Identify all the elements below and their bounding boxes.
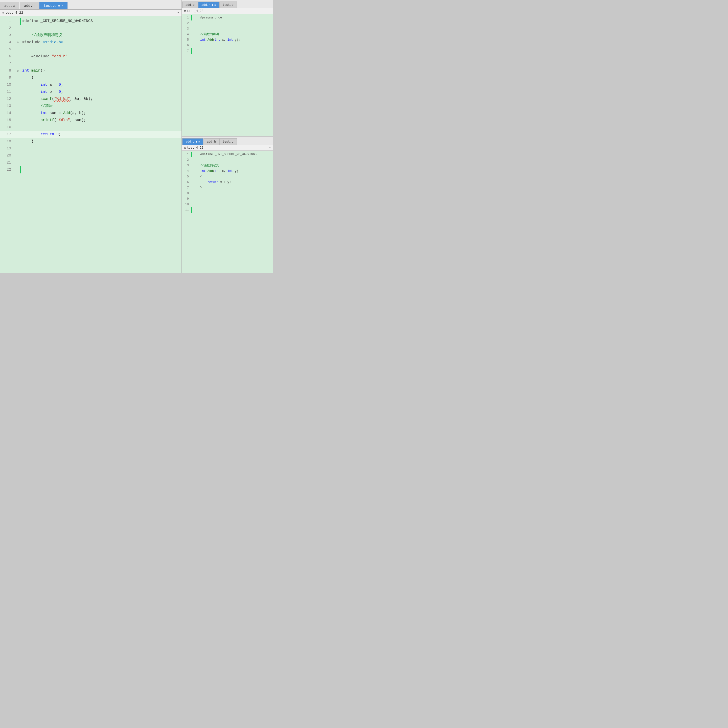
- code-line-6: 6 #include "add.h": [0, 53, 182, 60]
- code-line-21: 21: [0, 159, 182, 166]
- left-code-area: 1 #define _CRT_SECURE_NO_WARNINGS 2 3: [0, 16, 182, 273]
- right-top-line-3: 3: [182, 26, 273, 32]
- dirty-indicator: ✱: [58, 4, 60, 8]
- code-line-15: 15 printf("%d\n", sum);: [0, 117, 182, 124]
- left-code-lines: 1 #define _CRT_SECURE_NO_WARNINGS 2 3: [0, 16, 182, 175]
- tab-test-c-left[interactable]: test.c ✱ ✕: [40, 2, 67, 9]
- fold-icon-4[interactable]: ⊟: [17, 39, 19, 46]
- dirty-indicator-bottom: ✱: [196, 140, 197, 143]
- file-icon-bottom: ⊞: [184, 146, 186, 149]
- tab-close-icon[interactable]: ✕: [61, 4, 63, 7]
- right-bot-line-7: 7 }: [182, 185, 273, 191]
- tab-test-c-top[interactable]: test.c: [219, 2, 237, 8]
- left-file-header: ⊞ test_4_22 ▾: [0, 9, 182, 16]
- code-line-16: 16: [0, 124, 182, 131]
- right-bot-line-10: 10: [182, 202, 273, 207]
- right-bottom-file-header: ⊞ test_4_22 ▾: [182, 145, 273, 151]
- tab-add-h-top[interactable]: add.h ✱ ✕: [198, 2, 219, 8]
- right-top-line-5: 5 int Add(int x, int y);: [182, 37, 273, 43]
- right-bot-line-1: 1 #define _CRT_SECURE_NO_WARNINGS: [182, 151, 273, 157]
- right-bot-line-5: 5 {: [182, 174, 273, 179]
- right-top-code-area: 1 #pragma once 2 3: [182, 14, 273, 136]
- tab-add-c-bottom[interactable]: add.c ✱ ✕: [182, 138, 203, 145]
- code-line-19: 19: [0, 145, 182, 152]
- right-bottom-tab-bar: add.c ✱ ✕ add.h test.c: [182, 137, 273, 145]
- right-bottom-panel: add.c ✱ ✕ add.h test.c ⊞ test_4_22 ▾: [182, 137, 273, 273]
- tab-add-h-left[interactable]: add.h: [20, 2, 39, 9]
- code-line-11: 11 int b = 0;: [0, 89, 182, 96]
- right-top-line-6: 6: [182, 43, 273, 48]
- right-top-panel: add.c add.h ✱ ✕ test.c ⊞ test_4_22 1: [182, 0, 273, 136]
- right-bot-line-6: 6 return x + y;: [182, 179, 273, 185]
- right-top-code-lines: 1 #pragma once 2 3: [182, 14, 273, 55]
- left-tab-bar: add.c add.h test.c ✱ ✕: [0, 0, 182, 9]
- tab-add-h-bottom[interactable]: add.h: [203, 138, 219, 145]
- code-line-20: 20: [0, 152, 182, 159]
- right-bot-line-9: 9: [182, 196, 273, 202]
- file-icon-top: ⊞: [184, 9, 186, 13]
- code-line-2: 2: [0, 25, 182, 32]
- main-layout: add.c add.h test.c ✱ ✕ ⊞ test_4_22 ▾ 1: [0, 0, 273, 273]
- right-bot-line-8: 8: [182, 191, 273, 196]
- tab-add-c-top[interactable]: add.c: [182, 2, 198, 8]
- code-line-5: 5: [0, 46, 182, 53]
- right-top-line-2: 2: [182, 20, 273, 26]
- code-line-8: 8 ⊟ int main(): [0, 67, 182, 74]
- right-bottom-code-lines: 1 #define _CRT_SECURE_NO_WARNINGS 2 3 //…: [182, 151, 273, 214]
- tab-close-icon-top[interactable]: ✕: [214, 3, 216, 6]
- right-top-line-1: 1 #pragma once: [182, 15, 273, 20]
- fold-icon-8[interactable]: ⊟: [17, 67, 19, 74]
- tab-close-icon-bottom[interactable]: ✕: [199, 140, 200, 143]
- code-line-7: 7: [0, 60, 182, 67]
- tab-test-c-bottom[interactable]: test.c: [219, 138, 237, 145]
- right-top-line-4: 4 //函数的声明: [182, 32, 273, 37]
- code-line-3: 3 //函数声明和定义: [0, 32, 182, 39]
- code-line-18: 18 }: [0, 138, 182, 145]
- green-bar-1: [20, 18, 21, 25]
- file-icon: ⊞: [3, 11, 4, 15]
- left-panel: add.c add.h test.c ✱ ✕ ⊞ test_4_22 ▾ 1: [0, 0, 182, 273]
- code-line-10: 10 int a = 0;: [0, 81, 182, 89]
- right-bottom-code-area: 1 #define _CRT_SECURE_NO_WARNINGS 2 3 //…: [182, 151, 273, 273]
- right-bot-line-3: 3 //函数的定义: [182, 163, 273, 168]
- right-panels: add.c add.h ✱ ✕ test.c ⊞ test_4_22 1: [182, 0, 273, 273]
- right-bot-line-4: 4 int Add(int x, int y): [182, 168, 273, 174]
- dirty-indicator-top: ✱: [211, 3, 213, 6]
- right-bot-line-11: 11: [182, 207, 273, 213]
- code-line-13: 13 //加法: [0, 102, 182, 110]
- code-line-9: 9 {: [0, 74, 182, 81]
- dropdown-arrow-icon[interactable]: ▾: [177, 11, 179, 14]
- code-line-17: 17 return 0;: [0, 131, 182, 138]
- right-bot-line-2: 2: [182, 157, 273, 163]
- green-bar-22: [20, 166, 21, 173]
- code-line-22: 22: [0, 166, 182, 173]
- code-line-12: 12 scanf("%d %d", &a, &b);: [0, 96, 182, 102]
- dropdown-arrow-bottom-icon[interactable]: ▾: [269, 146, 271, 149]
- code-line-1: 1 #define _CRT_SECURE_NO_WARNINGS: [0, 18, 182, 25]
- right-top-file-header: ⊞ test_4_22: [182, 8, 273, 14]
- tab-add-c-left[interactable]: add.c: [0, 2, 19, 9]
- code-line-14: 14 int sum = Add(a, b);: [0, 110, 182, 117]
- right-top-tab-bar: add.c add.h ✱ ✕ test.c: [182, 0, 273, 8]
- code-line-4: 4 ⊟ #include <stdio.h>: [0, 39, 182, 46]
- right-top-line-7: 7: [182, 48, 273, 54]
